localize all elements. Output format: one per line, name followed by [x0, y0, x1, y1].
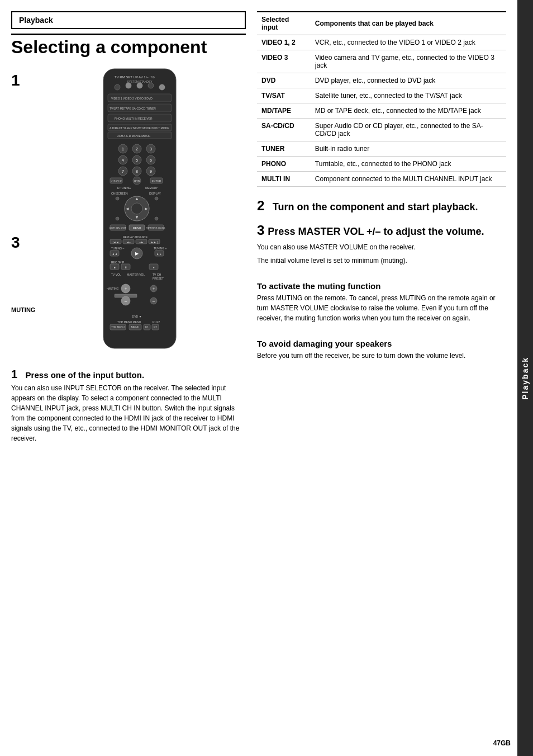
svg-text:►: ► [144, 206, 149, 211]
svg-text:5: 5 [136, 158, 138, 162]
table-row: VIDEO 1, 2VCR, etc., connected to the VI… [257, 35, 506, 50]
svg-text:▲: ▲ [135, 196, 139, 201]
svg-text:●: ● [153, 266, 154, 269]
svg-point-5 [137, 83, 142, 88]
table-cell-input: SA-CD/CD [257, 119, 311, 141]
svg-text:PHONO  MULTI IN  RECEIVER: PHONO MULTI IN RECEIVER [115, 117, 153, 120]
svg-text:8: 8 [136, 169, 138, 173]
step-2-heading: Turn on the component and start playback… [273, 201, 478, 212]
svg-text:F2: F2 [154, 325, 157, 329]
table-cell-input: VIDEO 3 [257, 50, 311, 73]
svg-point-47 [131, 203, 142, 214]
left-column: Playback Selecting a component 1 3 MUTIN… [11, 11, 246, 745]
step-1-number: 1 [11, 368, 17, 380]
svg-text:DVD ▼: DVD ▼ [132, 315, 142, 318]
step-3-body1: You can also use MASTER VOLUME on the re… [257, 242, 506, 252]
step-label-1: 1 [11, 72, 20, 89]
svg-text:◄–: ◄– [126, 240, 131, 244]
table-cell-desc: Turntable, etc., connected to the PHONO … [311, 157, 506, 172]
table-cell-desc: Built-in radio tuner [311, 141, 506, 157]
svg-point-55 [155, 217, 158, 220]
svg-text:⏸: ⏸ [125, 266, 127, 269]
step-3-heading: Press MASTER VOL +/– to adjust the volum… [268, 225, 484, 238]
svg-text:6: 6 [150, 158, 152, 162]
svg-text:D.TUNING: D.TUNING [117, 186, 131, 190]
svg-text:TOP MENU MENU: TOP MENU MENU [117, 320, 141, 324]
step-2-section: 2 Turn on the component and start playba… [257, 198, 506, 214]
svg-text:TUNING –: TUNING – [111, 247, 125, 250]
table-row: MD/TAPEMD or TAPE deck, etc., connected … [257, 103, 506, 119]
table-col1-header: Selected input [257, 12, 311, 35]
step-3-body2: The initial volume level is set to minim… [257, 256, 506, 266]
speakers-heading: To avoid damaging your speakers [257, 339, 506, 348]
table-cell-input: DVD [257, 73, 311, 88]
svg-text:TUNING +: TUNING + [154, 247, 167, 250]
svg-text:–►: –► [139, 240, 144, 244]
svg-text:TV VOL: TV VOL [111, 273, 121, 276]
svg-point-54 [116, 217, 119, 220]
table-cell-desc: Super Audio CD or CD player, etc., conne… [311, 119, 506, 141]
svg-text:|◄◄: |◄◄ [112, 240, 118, 244]
speakers-body: Before you turn off the receiver, be sur… [257, 351, 506, 361]
playback-header-text: Playback [19, 16, 53, 25]
side-tab-label: Playback [521, 357, 530, 400]
svg-text:▼: ▼ [135, 215, 139, 220]
svg-text:•MUTING: •MUTING [107, 287, 119, 290]
remote-image: TV RM SET UP AV 1/– ↑/⊙ SYSTEM STANDBY V… [87, 66, 193, 353]
muting-body: Press MUTING on the remote. To cancel, p… [257, 293, 506, 323]
step-1-heading: Press one of the input button. [26, 370, 145, 380]
header-divider [11, 34, 246, 35]
svg-text:TV/SAT  MDTAPE  SA-CD/CD  TUNE: TV/SAT MDTAPE SA-CD/CD TUNER [110, 107, 156, 110]
table-cell-desc: MD or TAPE deck, etc., connected to the … [311, 103, 506, 119]
svg-text:A.DIRECT  SLEEP  NIGHT MODE  I: A.DIRECT SLEEP NIGHT MODE INPUT MODE [110, 126, 169, 130]
playback-header-box: Playback [11, 11, 246, 29]
table-cell-input: MULTI IN [257, 172, 311, 187]
svg-text:VIDEO 1  VIDEO 2   VIDEO 3  DV: VIDEO 1 VIDEO 2 VIDEO 3 DVD [111, 97, 153, 100]
table-cell-input: TV/SAT [257, 88, 311, 103]
svg-point-3 [115, 84, 120, 90]
svg-text:0/10: 0/10 [134, 179, 140, 183]
svg-text:1: 1 [122, 147, 124, 151]
svg-text:■: ■ [113, 266, 115, 269]
svg-text:MENU: MENU [133, 226, 141, 230]
table-cell-input: MD/TAPE [257, 103, 311, 119]
step-1-body: You can also use INPUT SELECTOR on the r… [11, 383, 246, 443]
svg-text:3: 3 [150, 147, 152, 151]
table-cell-desc: DVD player, etc., connected to DVD jack [311, 73, 506, 88]
table-cell-desc: Video camera and TV game, etc., connecte… [311, 50, 506, 73]
svg-text:+: + [153, 286, 155, 291]
table-row: MULTI INComponent connected to the MULTI… [257, 172, 506, 187]
svg-text:TV CH: TV CH [153, 273, 161, 276]
table-cell-input: PHONO [257, 157, 311, 172]
table-row: PHONOTurntable, etc., connected to the P… [257, 157, 506, 172]
muting-heading: To activate the muting function [257, 281, 506, 291]
svg-text:F1: F1 [145, 325, 149, 329]
table-cell-input: VIDEO 1, 2 [257, 35, 311, 50]
svg-text:2CH  A.C.D  MOVIE  MUSIC: 2CH A.C.D MOVIE MUSIC [117, 134, 151, 138]
svg-point-6 [148, 83, 154, 88]
table-cell-desc: VCR, etc., connected to the VIDEO 1 or V… [311, 35, 506, 50]
remote-container: 1 3 MUTING TV RM SET UP AV 1/– ↑/⊙ SYSTE… [11, 66, 246, 357]
svg-text:2: 2 [136, 147, 138, 151]
svg-text:►►: ►► [156, 252, 162, 256]
svg-point-53 [155, 197, 158, 200]
svg-text:MENU: MENU [131, 325, 140, 329]
table-row: TV/SATSatellite tuner, etc., connected t… [257, 88, 506, 103]
svg-text:ON SCREEN: ON SCREEN [111, 192, 128, 195]
svg-text:F1   F2: F1 F2 [153, 320, 160, 324]
svg-text:>10 CLR: >10 CLR [111, 179, 122, 183]
svg-text:–: – [125, 299, 127, 304]
svg-text:TV RM SET UP AV 1/– ↑/⊙: TV RM SET UP AV 1/– ↑/⊙ [115, 75, 155, 79]
side-tab: Playback [517, 0, 533, 756]
table-cell-desc: Satellite tuner, etc., connected to the … [311, 88, 506, 103]
svg-text:◄: ◄ [125, 206, 130, 211]
speakers-section: To avoid damaging your speakers Before y… [257, 332, 506, 361]
svg-point-52 [116, 197, 119, 200]
table-row: VIDEO 3Video camera and TV game, etc., c… [257, 50, 506, 73]
svg-text:MEMORY: MEMORY [145, 186, 158, 190]
page-number: 47GB [493, 739, 511, 747]
muting-section: To activate the muting function Press MU… [257, 275, 506, 323]
svg-point-4 [126, 83, 131, 88]
svg-text:▶: ▶ [135, 251, 139, 256]
table-row: SA-CD/CDSuper Audio CD or CD player, etc… [257, 119, 506, 141]
